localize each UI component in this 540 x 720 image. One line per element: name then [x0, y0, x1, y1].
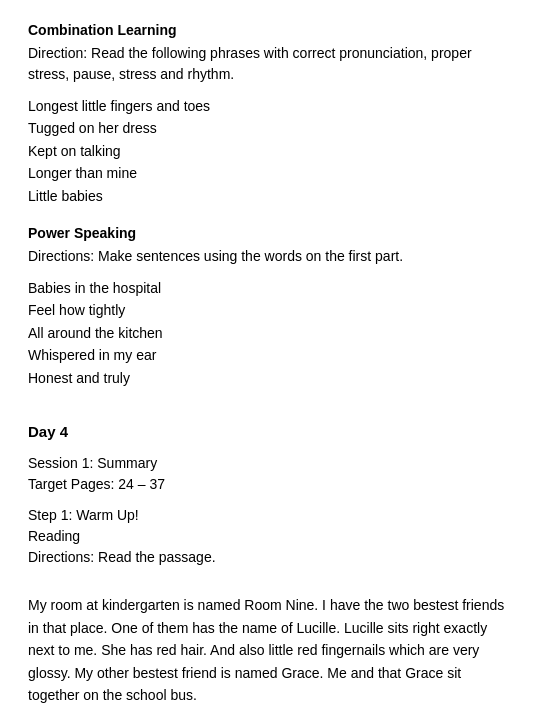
list-item: All around the kitchen [28, 322, 512, 344]
directions-text: Make sentences using the words on the fi… [98, 248, 403, 264]
session-label: Session 1: Summary [28, 453, 512, 474]
passage-text: My room at kindergarten is named Room Ni… [28, 594, 512, 706]
list-item: Little babies [28, 185, 512, 207]
combination-learning-title: Combination Learning [28, 20, 512, 41]
power-speaking-phrases: Babies in the hospital Feel how tightly … [28, 277, 512, 389]
list-item: Longest little fingers and toes [28, 95, 512, 117]
spacer [28, 405, 512, 421]
list-item: Tugged on her dress [28, 117, 512, 139]
list-item: Kept on talking [28, 140, 512, 162]
combination-learning-direction: Direction: Read the following phrases wi… [28, 43, 512, 85]
session-info: Session 1: Summary Target Pages: 24 – 37 [28, 453, 512, 495]
list-item: Longer than mine [28, 162, 512, 184]
directions-text: Read the passage. [98, 549, 216, 565]
step-label: Step 1: Warm Up! [28, 505, 512, 526]
reading-label: Reading [28, 526, 512, 547]
spacer2 [28, 578, 512, 594]
directions-label: Directions: [28, 248, 94, 264]
day4-title: Day 4 [28, 421, 512, 444]
combination-learning-phrases: Longest little fingers and toes Tugged o… [28, 95, 512, 207]
power-speaking-direction: Directions: Make sentences using the wor… [28, 246, 512, 267]
power-speaking-title: Power Speaking [28, 223, 512, 244]
power-speaking-section: Power Speaking Directions: Make sentence… [28, 223, 512, 389]
list-item: Whispered in my ear [28, 344, 512, 366]
list-item: Babies in the hospital [28, 277, 512, 299]
target-label: Target Pages: [28, 476, 114, 492]
directions-label: Directions: [28, 549, 94, 565]
list-item: Feel how tightly [28, 299, 512, 321]
direction-text: Read the following phrases with correct … [28, 45, 472, 82]
target-pages: Target Pages: 24 – 37 [28, 474, 512, 495]
combination-learning-section: Combination Learning Direction: Read the… [28, 20, 512, 207]
step-section: Step 1: Warm Up! Reading Directions: Rea… [28, 505, 512, 568]
day4-section: Day 4 Session 1: Summary Target Pages: 2… [28, 421, 512, 706]
target-pages-value: 24 – 37 [118, 476, 165, 492]
list-item: Honest and truly [28, 367, 512, 389]
direction-label: Direction: [28, 45, 87, 61]
step-directions: Directions: Read the passage. [28, 547, 512, 568]
